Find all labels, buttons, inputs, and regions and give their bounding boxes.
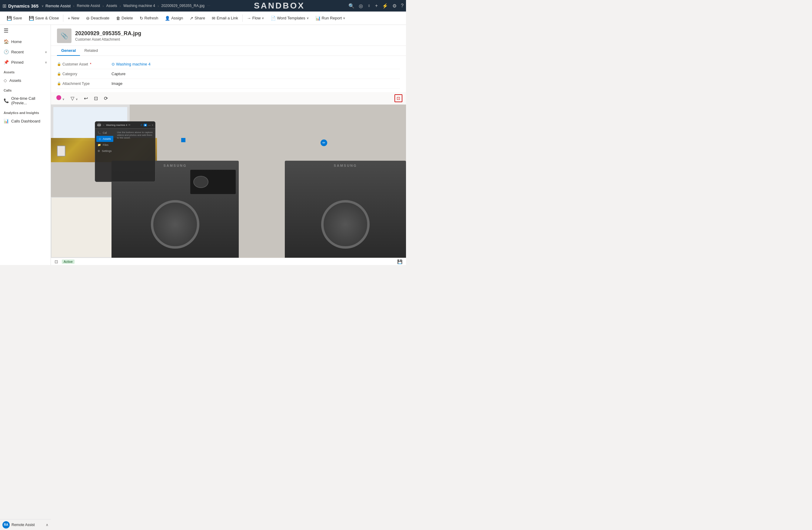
asset-link-icon: ⊙	[112, 62, 115, 66]
lock-icon-3: 🔒	[57, 82, 61, 85]
tab-related[interactable]: Related	[80, 46, 102, 56]
command-bar: 💾 Save 💾 Save & Close + New ⊖ Deactivate…	[0, 12, 406, 25]
field-row-category: 🔒 Category Capture	[57, 69, 400, 79]
flow-chevron-icon: ∨	[262, 16, 264, 20]
color-picker-button[interactable]: ∨	[55, 94, 66, 102]
color-dot	[56, 95, 61, 100]
sidebar: ☰ 🏠 Home 🕐 Recent ∨ 📌 Pinned ∨ Assets ◇ …	[0, 25, 51, 265]
top-nav-icons: 🔍 ◎ ♀ + ⚡ ⚙ ?	[348, 3, 404, 9]
assets-icon: ◇	[4, 78, 7, 83]
overlay-calls-label: Cal	[103, 131, 107, 134]
breadcrumb-sep3: ›	[120, 4, 121, 8]
breadcrumb-part2[interactable]: Assets	[106, 4, 117, 8]
pinned-left: 📌 Pinned	[4, 60, 23, 65]
contact-icon[interactable]: ♀	[367, 3, 371, 9]
run-report-chevron-icon: ∨	[343, 16, 345, 20]
overlay-avatar: AM	[97, 123, 101, 127]
save-close-icon: 💾	[29, 16, 34, 20]
save-button[interactable]: 💾 Save	[4, 14, 25, 23]
refresh-button[interactable]: ↻ Refresh	[137, 14, 161, 23]
expand-button[interactable]: ⊡	[394, 94, 402, 102]
image-scene: SAMSUNG SAMSUNG	[51, 104, 406, 258]
flow-label: Flow	[252, 16, 261, 20]
record-subtitle: Customer Asset Attachment	[75, 37, 141, 42]
flow-button[interactable]: → Flow ∨	[244, 14, 267, 23]
sidebar-item-one-time-call[interactable]: 📞 One-time Call (Previe...	[0, 93, 50, 108]
overlay-files-label: Files	[103, 143, 108, 147]
app-grid-icon[interactable]: ⊞	[2, 3, 6, 9]
status-bar: ⊡ Active 💾	[51, 258, 406, 265]
sidebar-item-assets[interactable]: ◇ Assets	[0, 75, 50, 85]
delete-button[interactable]: 🗑 Delete	[113, 14, 136, 23]
recent-left: 🕐 Recent	[4, 50, 24, 54]
run-report-button[interactable]: 📊 Run Report ∨	[313, 14, 348, 23]
overlay-files-icon: 📁	[98, 143, 101, 147]
undo-button[interactable]: ↩	[82, 94, 90, 102]
status-expand-icon[interactable]: ⊡	[55, 259, 58, 264]
ar-pencil-icon: ✏	[322, 141, 325, 145]
sidebar-section-assets: Assets	[0, 67, 50, 75]
tab-general[interactable]: General	[57, 46, 80, 56]
assign-label: Assign	[171, 16, 183, 20]
breadcrumb-more-icon[interactable]: ⋯	[207, 4, 210, 8]
overlay-header-right: ↺ ■ — ×	[140, 124, 153, 126]
recent-icon[interactable]: ◎	[359, 3, 363, 9]
help-icon[interactable]: ?	[401, 3, 404, 9]
sidebar-item-calls-dashboard[interactable]: 📊 Calls Dashboard	[0, 116, 50, 126]
record-avatar: 📎	[57, 28, 72, 43]
crop-button[interactable]: ⊡	[92, 94, 100, 102]
search-icon[interactable]: 🔍	[348, 3, 354, 9]
breadcrumb-part1[interactable]: Remote Assist	[77, 4, 100, 8]
image-toolbar-left: ∨ ▽ ∨ ↩ ⊡ ⟳	[55, 94, 110, 102]
home-icon: 🏠	[4, 39, 9, 44]
customer-asset-value[interactable]: ⊙ Washing machine 4	[112, 62, 150, 66]
word-templates-button[interactable]: 📄 Word Templates ∨	[267, 14, 311, 23]
settings-icon[interactable]: ⚙	[392, 3, 396, 9]
breadcrumb-part3[interactable]: Washing machine 4	[123, 4, 155, 8]
overlay-sync-icon: ↺	[140, 124, 142, 126]
sidebar-item-recent[interactable]: 🕐 Recent ∨	[0, 47, 50, 57]
field-row-attachment-type: 🔒 Attachment Type Image	[57, 79, 400, 88]
assign-button[interactable]: 👤 Assign	[162, 14, 186, 23]
share-button[interactable]: ↗ Share	[187, 14, 208, 23]
samsung-label: SAMSUNG	[163, 164, 187, 167]
pin-icon: 📌	[4, 60, 9, 65]
add-icon[interactable]: +	[375, 3, 378, 9]
breadcrumb-sep1: ›	[73, 4, 74, 8]
sidebar-pinned-label: Pinned	[11, 60, 23, 65]
status-badge: Active	[62, 260, 74, 264]
deactivate-button[interactable]: ⊖ Deactivate	[83, 14, 112, 23]
filter-icon[interactable]: ⚡	[382, 3, 388, 9]
run-report-label: Run Report	[322, 16, 342, 20]
app-chevron-icon[interactable]: ∨	[42, 4, 44, 8]
refresh-icon: ↻	[140, 16, 143, 20]
sidebar-toggle-button[interactable]: ☰	[0, 25, 50, 37]
new-button[interactable]: + New	[64, 14, 82, 23]
phone-icon: 📞	[4, 98, 9, 103]
sidebar-item-pinned[interactable]: 📌 Pinned ∨	[0, 57, 50, 67]
ar-marker-dot: ✏	[321, 139, 327, 146]
washer-drum	[151, 200, 199, 249]
overlay-nav-files[interactable]: 📁 Files	[95, 142, 115, 148]
main-layout: ☰ 🏠 Home 🕐 Recent ∨ 📌 Pinned ∨ Assets ◇ …	[0, 25, 406, 265]
word-templates-chevron-icon: ∨	[307, 16, 309, 20]
overlay-nav-calls[interactable]: 📞 Cal	[95, 130, 115, 136]
image-container: SAMSUNG SAMSUNG	[51, 104, 406, 258]
status-save-icon[interactable]: 💾	[397, 259, 402, 264]
overlay-nav-assets[interactable]: ◇ Assets	[96, 136, 113, 142]
attachment-type-label: 🔒 Attachment Type	[57, 82, 112, 86]
pointer-tool-button[interactable]: ▽ ∨	[69, 94, 79, 102]
overlay-active-indicator: ■	[144, 124, 147, 126]
overlay-nav-settings[interactable]: ⚙ Settings	[95, 148, 115, 154]
overlay-settings-icon: ⚙	[98, 150, 100, 153]
category-label: 🔒 Category	[57, 72, 112, 76]
recent-chevron-icon: ∨	[45, 50, 47, 54]
overlay-panel: AM ← Washing machine 4 ✏ ↺ ■ — ×	[95, 121, 156, 182]
rotate-button[interactable]: ⟳	[102, 94, 110, 102]
record-title: 20200929_095355_RA.jpg	[75, 30, 141, 37]
sidebar-item-home[interactable]: 🏠 Home	[0, 37, 50, 47]
save-close-button[interactable]: 💾 Save & Close	[26, 14, 62, 23]
overlay-body: 📞 Cal ◇ Assets 📁 Files	[95, 128, 155, 182]
email-link-button[interactable]: ✉ Email a Link	[209, 14, 241, 23]
content-area: 📎 20200929_095355_RA.jpg Customer Asset …	[51, 25, 406, 265]
